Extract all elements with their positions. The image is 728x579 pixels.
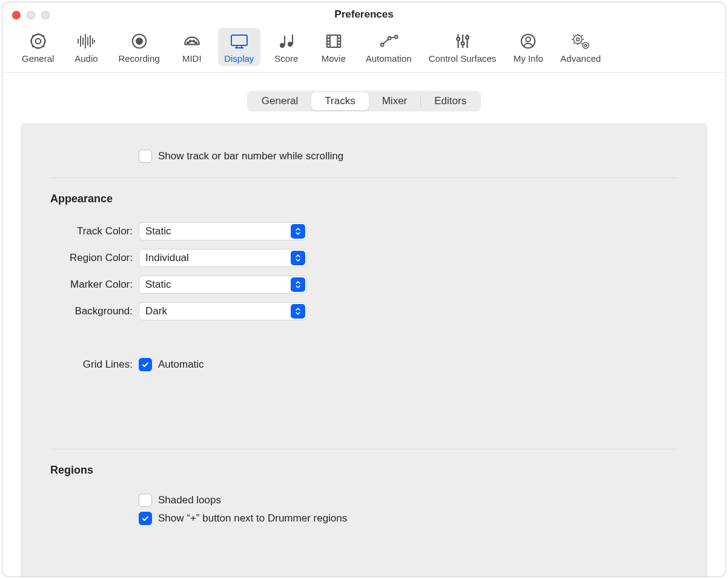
subtab-tracks[interactable]: Tracks: [311, 92, 368, 110]
toolbar-display[interactable]: Display: [218, 28, 260, 66]
display-icon: [228, 31, 250, 51]
svg-point-0: [35, 39, 41, 44]
svg-point-36: [388, 37, 391, 40]
svg-point-47: [526, 37, 531, 42]
person-icon: [517, 31, 539, 51]
window-title: Preferences: [334, 8, 393, 21]
toolbar-general[interactable]: General: [16, 28, 60, 66]
chevrons-icon: [291, 251, 305, 265]
select-track-color[interactable]: Static: [139, 222, 307, 240]
toolbar-recording[interactable]: Recording: [112, 28, 165, 66]
svg-rect-23: [284, 36, 285, 45]
sliders-icon: [452, 31, 474, 51]
row-shaded-loops: Shaded loops: [139, 494, 678, 507]
label-show-number-scrolling: Show track or bar number while scrolling: [158, 150, 343, 162]
toolbar-movie[interactable]: Movie: [313, 28, 355, 66]
subtab-mixer[interactable]: Mixer: [369, 92, 421, 110]
row-show-number-scrolling: Show track or bar number while scrolling: [139, 150, 678, 163]
svg-rect-18: [231, 35, 247, 45]
row-drummer-plus: Show “+” button next to Drummer regions: [139, 512, 678, 525]
svg-point-15: [193, 41, 194, 42]
toolbar-automation[interactable]: Automation: [360, 28, 418, 66]
movie-icon: [323, 31, 345, 51]
svg-point-16: [195, 42, 197, 44]
preferences-window: Preferences General: [2, 2, 726, 577]
svg-point-50: [583, 42, 589, 48]
svg-point-43: [461, 42, 464, 45]
svg-point-37: [394, 36, 397, 39]
chevrons-icon: [291, 277, 305, 292]
toolbar: General Audio: [2, 27, 726, 73]
svg-line-39: [391, 37, 395, 38]
select-value-track-color: Static: [145, 225, 171, 237]
row-grid-lines: Grid Lines: Automatic: [50, 358, 678, 371]
select-value-marker-color: Static: [145, 279, 171, 291]
minimize-button[interactable]: [27, 11, 35, 19]
svg-point-51: [584, 44, 587, 47]
automation-icon: [378, 31, 400, 51]
checkbox-drummer-plus[interactable]: [139, 512, 152, 525]
svg-point-35: [380, 44, 383, 47]
section-appearance-title: Appearance: [50, 193, 678, 205]
row-track-color: Track Color: Static: [50, 222, 678, 240]
row-background: Background: Dark: [50, 302, 678, 320]
gear-icon: [27, 31, 49, 51]
svg-point-1: [31, 35, 45, 48]
select-value-region-color: Individual: [145, 252, 189, 264]
label-background: Background:: [50, 305, 139, 317]
svg-point-12: [136, 38, 142, 44]
checkbox-show-number-scrolling[interactable]: [139, 150, 152, 163]
svg-point-22: [280, 43, 285, 48]
toolbar-score[interactable]: Score: [265, 28, 308, 66]
select-background[interactable]: Dark: [139, 302, 307, 320]
svg-point-48: [574, 35, 582, 44]
row-region-color: Region Color: Individual: [50, 249, 678, 267]
subtabs: General Tracks Mixer Editors: [247, 91, 481, 111]
toolbar-my-info[interactable]: My Info: [507, 28, 549, 66]
label-drummer-plus: Show “+” button next to Drummer regions: [158, 512, 347, 524]
waveform-icon: [75, 31, 97, 51]
checkbox-grid-lines[interactable]: [139, 358, 152, 371]
svg-line-38: [383, 39, 388, 44]
svg-point-24: [288, 42, 293, 47]
label-region-color: Region Color:: [50, 252, 139, 264]
toolbar-advanced[interactable]: Advanced: [554, 28, 607, 66]
toolbar-audio[interactable]: Audio: [65, 28, 107, 66]
titlebar: Preferences: [2, 2, 726, 27]
svg-point-41: [457, 38, 460, 41]
content-area: General Tracks Mixer Editors Show track …: [2, 73, 726, 577]
section-regions-title: Regions: [50, 464, 678, 477]
divider: [50, 449, 678, 449]
window-controls: [12, 11, 50, 19]
subtab-general[interactable]: General: [248, 92, 311, 110]
select-marker-color[interactable]: Static: [139, 276, 307, 294]
label-track-color: Track Color:: [50, 225, 139, 237]
row-marker-color: Marker Color: Static: [50, 276, 678, 294]
subtab-editors[interactable]: Editors: [421, 92, 480, 110]
divider: [50, 177, 678, 178]
svg-point-14: [190, 41, 191, 42]
svg-point-49: [576, 38, 579, 41]
settings-panel: Show track or bar number while scrolling…: [21, 124, 707, 577]
appearance-form: Track Color: Static Region Color: Indivi…: [50, 222, 678, 371]
select-region-color[interactable]: Individual: [139, 249, 307, 267]
label-marker-color: Marker Color:: [50, 279, 139, 291]
zoom-button[interactable]: [41, 11, 50, 19]
close-button[interactable]: [12, 11, 21, 19]
chevrons-icon: [291, 304, 305, 319]
label-shaded-loops: Shaded loops: [158, 494, 221, 506]
toolbar-midi[interactable]: MIDI: [171, 28, 213, 66]
gears-icon: [570, 31, 592, 51]
chevrons-icon: [291, 224, 305, 239]
checkbox-shaded-loops[interactable]: [139, 494, 152, 507]
toolbar-control-surfaces[interactable]: Control Surfaces: [423, 28, 503, 66]
midi-icon: [181, 31, 203, 51]
select-value-background: Dark: [145, 305, 167, 317]
svg-point-45: [466, 36, 469, 39]
label-grid-lines-automatic: Automatic: [158, 359, 204, 371]
record-icon: [128, 31, 150, 51]
svg-point-13: [187, 42, 189, 44]
svg-rect-25: [292, 35, 293, 44]
score-icon: [276, 31, 297, 51]
label-grid-lines: Grid Lines:: [50, 359, 139, 371]
